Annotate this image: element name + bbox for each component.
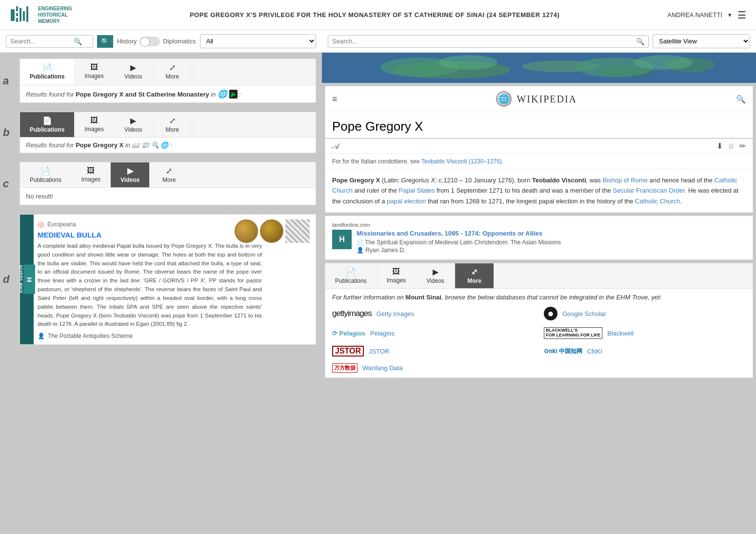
left-search-button[interactable]: 🔍 [97,35,113,48]
wiki-link-bishop[interactable]: Bishop of Rome [602,177,648,184]
tand-subtitle: 📄 The Spiritual Expansion of Medieval La… [357,239,561,246]
logo-area: ENGINEERING HISTORICAL MEMORY [10,5,72,25]
tab-b-more[interactable]: ⤢ More [153,112,192,137]
section-b-tabs: 📄 Publications 🖼 Images ▶ Videos [20,112,316,138]
wiki-article-title: Pope Gregory X [325,112,753,138]
vid-icon-c: ▶ [127,166,133,176]
jstor-link[interactable]: JSTOR [369,348,389,355]
content-area: 🔍 🔍 History Diplomatics All a [0,30,756,534]
tand-subtitle-icon: 📄 [357,239,363,245]
section-d-label: d [3,273,9,286]
tab-c-images[interactable]: 🖼 Images [72,162,111,187]
tab-g-publications[interactable]: 📄 Publications [325,263,377,288]
tab-b-videos[interactable]: ▶ Videos [114,112,153,137]
tab-c-more[interactable]: ⤢ More [150,162,189,187]
wiki-logo: 🌐 WIKIPEDIA [496,91,577,107]
pub-icon-g: 📄 [346,267,356,277]
search-magnifier-icon: 🔍 [74,38,82,45]
section-c-wrapper: c 📄 Publications 🖼 Images [17,159,319,208]
left-search-input[interactable] [10,38,74,45]
scholar-logo: ● [544,307,557,320]
wiki-link-election[interactable]: papal election [387,198,426,205]
section-c-label: c [3,178,9,190]
tab-a-more[interactable]: ⤢ More [153,59,192,85]
tab-a-publications[interactable]: 📄 Publications [20,59,75,85]
tand-text-content: Missionaries and Crusaders, 1095 - 1274:… [357,230,561,254]
toggle-diplomatics-label: Diplomatics [163,38,196,45]
wiki-search-icon[interactable]: 🔍 [736,95,746,104]
wiki-menu-icon[interactable]: ≡ [332,94,338,104]
person-icon: 👤 [38,333,45,339]
more-icon-b: ⤢ [169,116,176,125]
wanfang-link[interactable]: Wanfang Data [362,364,403,372]
tab-b-publications[interactable]: 📄 Publications [20,112,75,137]
tand-title[interactable]: Missionaries and Crusaders, 1095 - 1274:… [357,230,561,237]
toggle-switch[interactable] [139,37,160,46]
db-google-scholar[interactable]: ● Google Scholar [544,307,746,320]
scholar-link[interactable]: Google Scholar [562,310,606,317]
pelagios-link[interactable]: Pelagios [370,330,395,337]
tab-a-images[interactable]: 🖼 Images [75,59,114,85]
pub-icon-b: 📄 [42,116,52,125]
getty-link[interactable]: Getty Images [377,310,414,317]
hamburger-icon[interactable]: ☰ [737,9,746,21]
download-icon[interactable]: ⬇ [716,141,723,151]
db-blackwell[interactable]: BLACKWELL'SFOR LEARNING FOR LIFE Blackwe… [544,327,746,339]
right-sections-container: e ≡ 🌐 WIKIPEDIA 🔍 Pope Gregory X [322,83,756,534]
main-wrapper: ENGINEERING HISTORICAL MEMORY POPE GREGO… [0,0,756,534]
wiki-link-papal[interactable]: Papal States [399,187,435,194]
toggle-history-label: History [117,38,137,45]
right-dropdown[interactable]: Satellite View [653,34,750,48]
db-cnki[interactable]: ⊙nki 中国知网 CNKI [544,346,746,356]
right-search-input[interactable] [332,38,636,45]
tab-b-images[interactable]: 🖼 Images [75,112,114,137]
map-svg [322,53,756,83]
db-getty[interactable]: gettyimages Getty Images [332,307,534,320]
left-dropdown[interactable]: All [200,34,316,48]
tab-c-more-label: More [162,177,176,183]
tab-b-vid-label: Videos [124,126,142,133]
section-f-wrapper: f tandfonline.com H Missionaries and Cru… [325,216,753,260]
cnki-link[interactable]: CNKI [587,348,602,355]
db-jstor[interactable]: JSTOR JSTOR [332,346,534,356]
db-pelagios[interactable]: ⟳ Pelagios Pelagios [332,327,534,339]
right-search-bar: 🔍 Satellite View [322,30,756,53]
bookmark-icon[interactable]: ☆ [728,141,735,151]
db-wanfang[interactable]: 万方数据 Wanfang Data [332,363,534,373]
ehm-search-label: EHM Search [19,265,23,293]
tab-c-publications[interactable]: 📄 Publications [20,162,72,187]
edit-icon[interactable]: ✏ [739,141,746,151]
ehm-search-sidebar[interactable]: H EHM Search [20,215,34,344]
svg-rect-4 [20,8,21,21]
svg-rect-5 [23,11,25,21]
tand-source: tandfonline.com [332,222,746,228]
user-name[interactable]: ANDREA NANETTI [667,11,722,19]
section-f-tand: tandfonline.com H Missionaries and Crusa… [325,216,753,260]
wiki-link-catholic2[interactable]: Catholic Church [635,198,680,205]
right-search-icon[interactable]: 🔍 [636,38,644,45]
tab-c-videos[interactable]: ▶ Videos [111,162,150,187]
img-icon-b: 🖼 [90,116,98,125]
wiki-link-franciscan[interactable]: Secular Franciscan Order [613,187,684,194]
section-c-no-result: No result! [20,188,316,205]
tab-a-videos[interactable]: ▶ Videos [114,59,153,85]
tab-g-videos[interactable]: ▶ Videos [416,263,455,288]
tab-g-img-label: Images [387,277,406,284]
map-area[interactable] [322,53,756,83]
svg-rect-0 [11,9,15,21]
wiki-header: ≡ 🌐 WIKIPEDIA 🔍 [325,86,753,112]
section-a-label: a [3,75,9,87]
tab-b-more-label: More [166,126,179,133]
blackwell-link[interactable]: Blackwell [607,330,634,337]
tab-c-img-label: Images [81,176,100,183]
left-search-bar: 🔍 🔍 History Diplomatics All [0,30,322,53]
tab-g-images[interactable]: 🖼 Images [377,263,416,288]
more-icon-g: ⤢ [471,267,477,277]
user-dropdown-icon[interactable]: ▾ [728,11,732,19]
tab-g-more[interactable]: ⤢ More [455,263,494,288]
section-g: 📄 Publications 🖼 Images ▶ Videos [325,263,753,378]
tab-a-pub-label: Publications [30,73,64,80]
videos-icon: ▶ [130,63,136,72]
language-icon[interactable]: 𝒜 [332,142,339,151]
wiki-visconti-link[interactable]: Teobaldo Visconti (1230–1276) [421,158,502,165]
